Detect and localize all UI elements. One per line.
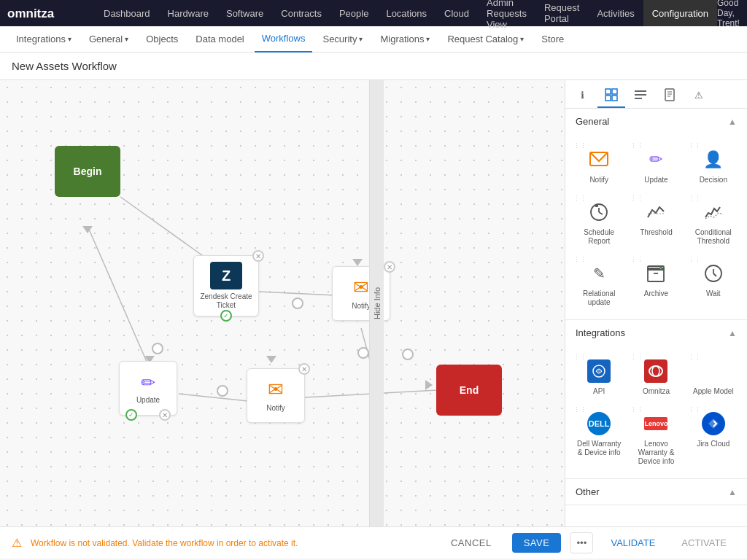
validate-button[interactable]: VALIDATE (602, 533, 664, 553)
save-button[interactable]: SAVE (512, 533, 562, 553)
subnav-workflows[interactable]: Workflows (255, 26, 313, 52)
zendesk-x-connector[interactable]: ✕ (252, 250, 264, 262)
bottom-bar: ⚠ Workflow is not validated. Validate th… (0, 526, 747, 559)
panel-tab-text[interactable] (627, 83, 654, 108)
panel-tab-warning[interactable]: ⚠ (685, 83, 713, 108)
panel-section-general-header[interactable]: General ▲ (565, 109, 747, 134)
nav-cloud[interactable]: Cloud (436, 0, 478, 26)
arrow-notify2-top (266, 356, 276, 363)
nav-software[interactable]: Software (217, 0, 272, 26)
svg-point-33 (649, 366, 662, 376)
notify2-x-connector[interactable]: ✕ (298, 363, 310, 375)
panel-tab-grid[interactable] (597, 83, 625, 108)
panel-section-general: General ▲ ⋮⋮ Notify ⋮⋮ ✏ Update (565, 109, 747, 320)
panel-item-update[interactable]: ⋮⋮ ✏ Update (628, 140, 684, 191)
drag-handle-relational: ⋮⋮ (573, 256, 587, 263)
panel-item-apple-model[interactable]: ⋮⋮ Apple Model (686, 351, 741, 402)
panel-item-decision[interactable]: ⋮⋮ 👤 Decision (686, 140, 741, 191)
other-section-label: Other (576, 486, 600, 497)
nav-people[interactable]: People (330, 0, 377, 26)
general-collapse-icon: ▲ (728, 117, 737, 127)
subnav-migrations[interactable]: Migrations ▾ (373, 26, 437, 52)
workflow-node-update[interactable]: ✏ Update ✓ ✕ (119, 361, 177, 416)
panel-section-integrations-header[interactable]: Integrations ▲ (565, 320, 747, 346)
conn-badge-1 (152, 343, 163, 354)
integrations-items-grid: ⋮⋮ API ⋮⋮ Omnitza (565, 346, 747, 478)
nav-admin-requests[interactable]: Admin Requests View (478, 0, 535, 26)
subnav-objects[interactable]: Objects (139, 26, 185, 52)
nav-dashboard[interactable]: Dashboard (95, 0, 159, 26)
subnav-general[interactable]: General ▾ (82, 26, 136, 52)
nav-locations[interactable]: Locations (377, 0, 436, 26)
other-collapse-icon: ▲ (728, 487, 737, 497)
update-check-connector[interactable]: ✓ (125, 409, 137, 421)
panel-tab-doc[interactable] (656, 83, 684, 108)
notify2-label: Notify (266, 404, 285, 413)
zendesk-check-connector[interactable]: ✓ (220, 310, 232, 322)
subnav-request-catalog[interactable]: Request Catalog ▾ (440, 26, 531, 52)
cond-threshold-panel-label: Conditional Threshold (689, 228, 738, 246)
panel-section-other-header[interactable]: Other ▲ (565, 479, 747, 505)
svg-point-34 (652, 366, 659, 376)
request-catalog-dropdown-icon: ▾ (520, 35, 524, 43)
workflow-canvas[interactable]: Begin Z Zendesk Create Ticket ✓ ✕ ✉ Noti… (0, 80, 565, 526)
dell-panel-icon: DELL (586, 411, 612, 437)
panel-item-relational-update[interactable]: ⋮⋮ ✎ Relational update (571, 254, 627, 314)
cancel-button[interactable]: CANCEL (439, 533, 503, 553)
nav-contracts[interactable]: Contracts (272, 0, 330, 26)
panel-item-omnitza[interactable]: ⋮⋮ Omnitza (628, 351, 684, 402)
subnav-store[interactable]: Store (534, 26, 571, 52)
nav-request-portal[interactable]: Request Portal (535, 0, 588, 26)
nav-configuration[interactable]: Configuration (643, 0, 717, 26)
nav-hardware[interactable]: Hardware (159, 0, 217, 26)
threshold-panel-label: Threshold (640, 228, 672, 237)
main-layout: Begin Z Zendesk Create Ticket ✓ ✕ ✉ Noti… (0, 80, 747, 526)
subnav-security[interactable]: Security ▾ (315, 26, 370, 52)
notify1-x-connector[interactable]: ✕ (384, 261, 395, 273)
panel-item-threshold[interactable]: ⋮⋮ Threshold (628, 192, 684, 252)
logo[interactable]: omnitza (7, 5, 80, 21)
hide-info-panel[interactable]: Hide Info (369, 80, 384, 526)
drag-handle-cond-threshold: ⋮⋮ (688, 195, 701, 202)
subnav-data-model[interactable]: Data model (188, 26, 251, 52)
svg-line-31 (713, 273, 716, 276)
threshold-panel-icon (643, 199, 669, 225)
apple-panel-label: Apple Model (693, 387, 734, 396)
top-nav-right: Good Day, Trent! | ⤴ 👤 (717, 0, 747, 28)
activate-button[interactable]: ACTIVATE (673, 533, 735, 553)
panel-item-wait[interactable]: ⋮⋮ Wait (686, 254, 741, 314)
update-icon: ✏ (141, 373, 155, 393)
panel-item-notify[interactable]: ⋮⋮ Notify (571, 140, 627, 191)
panel-item-lenovo-warranty[interactable]: ⋮⋮ Lenovo Lenovo Warranty & Device info (628, 404, 684, 472)
workflow-node-end[interactable]: End (436, 365, 502, 416)
drag-handle-update: ⋮⋮ (630, 142, 643, 149)
workflow-node-notify2[interactable]: ✉ Notify ✕ (247, 368, 305, 423)
subnav-integrations[interactable]: Integrations ▾ (9, 26, 79, 52)
nav-activities[interactable]: Activities (588, 0, 643, 26)
panel-item-dell-warranty[interactable]: ⋮⋮ DELL Dell Warranty & Device info (571, 404, 627, 472)
panel-tab-info[interactable]: ℹ (568, 83, 596, 108)
workflow-node-zendesk[interactable]: Z Zendesk Create Ticket ✓ ✕ (193, 255, 259, 316)
security-dropdown-icon: ▾ (359, 35, 363, 43)
sub-navigation: Integrations ▾ General ▾ Objects Data mo… (0, 26, 747, 52)
panel-item-jira-cloud[interactable]: ⋮⋮ Jira Cloud (686, 404, 741, 472)
arrow-notify1-top (352, 259, 363, 266)
zendesk-node-label: Zendesk Create Ticket (197, 292, 255, 310)
panel-item-schedule-report[interactable]: ⋮⋮ Schedule Report (571, 192, 627, 252)
dell-panel-label: Dell Warranty & Device info (575, 440, 623, 457)
panel-item-api[interactable]: ⋮⋮ API (571, 351, 627, 402)
omnitza-panel-label: Omnitza (643, 387, 670, 396)
panel-section-integrations: Integrations ▲ ⋮⋮ API ⋮⋮ (565, 320, 747, 479)
more-options-button[interactable]: ••• (570, 532, 593, 553)
warning-icon: ⚠ (12, 536, 22, 550)
svg-rect-9 (605, 96, 611, 101)
svg-rect-11 (635, 90, 646, 92)
update-x-connector[interactable]: ✕ (159, 409, 171, 421)
right-panel: ℹ ⚠ General ▲ ⋮⋮ (565, 80, 747, 526)
conn-badge-4 (217, 385, 228, 397)
top-nav-items: Dashboard Hardware Software Contracts Pe… (95, 0, 717, 26)
panel-item-conditional-threshold[interactable]: ⋮⋮ Conditional Threshold (686, 192, 741, 252)
panel-item-archive[interactable]: ⋮⋮ + Archive (628, 254, 684, 314)
arrow-begin-down (82, 226, 93, 233)
workflow-node-begin[interactable]: Begin (55, 146, 120, 197)
